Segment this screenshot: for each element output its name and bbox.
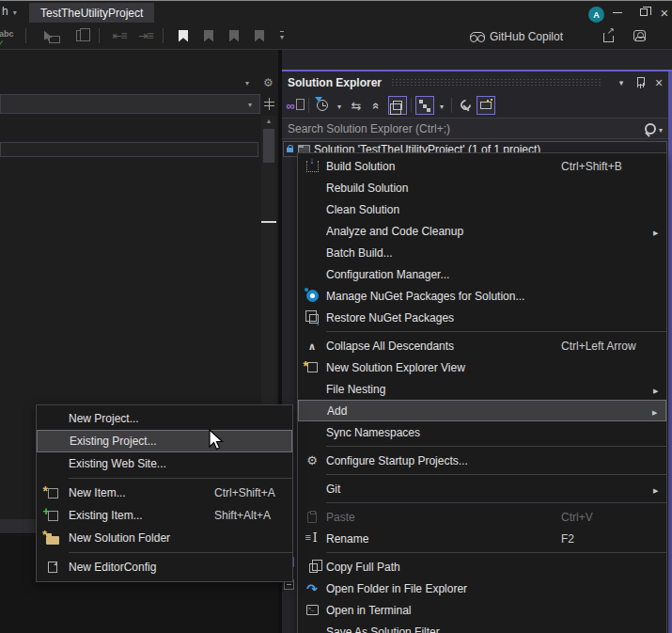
bookmark-next-icon (229, 30, 239, 42)
pin-icon (636, 76, 645, 88)
duplicate-icon (76, 30, 85, 41)
menu-item-configure-startup-projects[interactable]: Configure Startup Projects... (298, 450, 666, 471)
chevron-down-icon[interactable] (659, 122, 663, 135)
collapse-all-icon: « (369, 102, 383, 108)
bookmark-previous-icon (204, 30, 213, 42)
quick-search-box[interactable]: h (2, 5, 17, 18)
menu-item-manage-nuget-packages[interactable]: Manage NuGet Packages for Solution... (298, 285, 666, 307)
menu-item-batch-build[interactable]: Batch Build... (298, 242, 666, 263)
next-bookmark-button[interactable] (223, 26, 245, 45)
submenu-item-new-project[interactable]: New Project... (37, 407, 292, 430)
account-avatar[interactable]: A (588, 7, 604, 23)
hierarchy-view-button[interactable] (415, 96, 434, 115)
feedback-button[interactable] (628, 26, 650, 45)
person-icon (633, 30, 646, 41)
menu-item-file-nesting[interactable]: File Nesting (298, 378, 666, 400)
chevron-down-icon[interactable]: ▾ (245, 79, 249, 87)
menu-item-build-solution[interactable]: Build SolutionCtrl+Shift+B (298, 155, 666, 177)
submenu-item-new-editorconfig[interactable]: New EditorConfig (37, 556, 292, 578)
bookmark-clear-icon (255, 30, 264, 42)
preview-selected-items-button[interactable] (477, 96, 495, 115)
navigation-dropdown[interactable]: ▾ (0, 94, 260, 114)
pending-changes-filter-button[interactable] (313, 96, 332, 115)
submenu-item-existing-web-site[interactable]: Existing Web Site... (37, 452, 292, 475)
menu-item-save-as-solution-filter[interactable]: Save As Solution Filter (298, 621, 666, 633)
submenu-item-new-solution-folder[interactable]: New Solution Folder (37, 527, 292, 549)
scroll-up-arrow-icon[interactable]: ▲ (261, 118, 276, 124)
editorconfig-file-icon (48, 562, 57, 573)
copilot-icon (470, 32, 485, 40)
panel-header[interactable]: Solution Explorer (282, 71, 668, 93)
search-icon[interactable] (644, 122, 657, 135)
menu-item-sync-namespaces[interactable]: Sync Namespaces (298, 421, 666, 443)
menu-item-restore-nuget-packages[interactable]: Restore NuGet Packages (298, 307, 666, 328)
toggle-bookmark-button[interactable] (172, 26, 195, 45)
menu-item-copy-full-path[interactable]: Copy Full Path (298, 556, 666, 578)
toolbar-separator (163, 28, 164, 43)
menu-item-configuration-manager[interactable]: Configuration Manager... (298, 263, 666, 285)
submenu-item-existing-item[interactable]: Existing Item...Shift+Alt+A (37, 504, 292, 527)
submenu-item-existing-project[interactable]: Existing Project... (37, 430, 292, 452)
toolbar-overflow-button[interactable]: ▾ (274, 26, 289, 45)
duplicate-lines-button[interactable] (70, 26, 90, 45)
switch-views-button[interactable]: ∞ (286, 96, 305, 115)
minimize-button[interactable] (605, 1, 630, 24)
menu-item-clean-solution[interactable]: Clean Solution (298, 198, 666, 220)
menu-item-add[interactable]: Add (298, 400, 666, 421)
menu-item-paste[interactable]: PasteCtrl+V (298, 506, 666, 528)
show-all-files-button[interactable] (388, 96, 407, 115)
menu-item-collapse-all-descendants[interactable]: Collapse All DescendantsCtrl+Left Arrow (298, 335, 666, 356)
properties-button[interactable] (456, 96, 475, 115)
panel-menu-button[interactable] (612, 74, 631, 91)
chevron-down-icon (337, 99, 341, 112)
sync-with-active-document-button[interactable] (347, 96, 366, 115)
visual-studio-window: h TestTheUtilityProject A abc ⇤≡ ⇥≡ ▾ Gi… (0, 0, 672, 633)
mouse-cursor (209, 429, 225, 451)
submenu-item-new-item[interactable]: New Item...Ctrl+Shift+A (37, 482, 292, 504)
clock-filter-icon (317, 100, 328, 111)
copilot-status-button[interactable] (468, 26, 487, 45)
window-accent-border (668, 71, 672, 633)
outdent-icon: ⇤≡ (112, 29, 126, 42)
bookmark-icon (179, 30, 188, 42)
share-button[interactable] (598, 26, 618, 45)
window-title[interactable]: TestTheUtilityProject (29, 3, 154, 23)
spell-check-icon: abc (0, 29, 16, 42)
decrease-indent-button[interactable]: ⇤≡ (108, 26, 131, 45)
restore-nuget-icon (309, 314, 319, 324)
panel-close-button[interactable] (649, 74, 668, 91)
menu-item-open-folder-in-file-explorer[interactable]: Open Folder in File Explorer (298, 578, 666, 599)
increase-indent-button[interactable]: ⇥≡ (134, 26, 157, 45)
menu-item-git[interactable]: Git (298, 478, 666, 499)
scrollbar-thumb[interactable] (263, 129, 274, 163)
clear-bookmarks-button[interactable] (248, 26, 271, 45)
menu-separator (298, 328, 666, 335)
funnel-icon (315, 97, 322, 102)
preview-icon (480, 102, 492, 109)
gear-icon[interactable]: ⚙ (263, 76, 273, 89)
restore-button[interactable] (632, 1, 656, 24)
submenu-arrow-icon (653, 383, 666, 396)
lock-icon (287, 145, 294, 153)
copilot-label[interactable]: GitHub Copilot (490, 30, 563, 43)
drag-grip-texture[interactable] (391, 78, 602, 87)
show-all-files-icon (393, 101, 402, 110)
editor-split-handle[interactable] (264, 98, 274, 110)
menu-item-rename[interactable]: RenameF2 (298, 528, 666, 549)
close-button[interactable] (657, 1, 672, 24)
pin-button[interactable] (631, 74, 649, 91)
select-element-button[interactable] (39, 26, 64, 45)
menu-item-analyze-and-code-cleanup[interactable]: Analyze and Code Cleanup (298, 220, 666, 242)
menu-item-rebuild-solution[interactable]: Rebuild Solution (298, 177, 666, 198)
previous-bookmark-button[interactable] (197, 26, 220, 45)
collapse-all-button[interactable]: « (367, 96, 386, 115)
spell-check-button[interactable]: abc (0, 26, 18, 45)
hierarchy-dropdown-button[interactable] (436, 96, 447, 115)
scrollbar-marker (261, 221, 276, 223)
menu-item-new-solution-explorer-view[interactable]: New Solution Explorer View (298, 356, 666, 378)
window-title-text: TestTheUtilityProject (40, 7, 143, 20)
menu-separator (298, 443, 666, 450)
filter-dropdown-button[interactable] (334, 96, 345, 115)
search-solution-explorer-input[interactable]: Search Solution Explorer (Ctrl+;) (282, 118, 668, 139)
menu-item-open-in-terminal[interactable]: Open in Terminal (298, 599, 666, 621)
